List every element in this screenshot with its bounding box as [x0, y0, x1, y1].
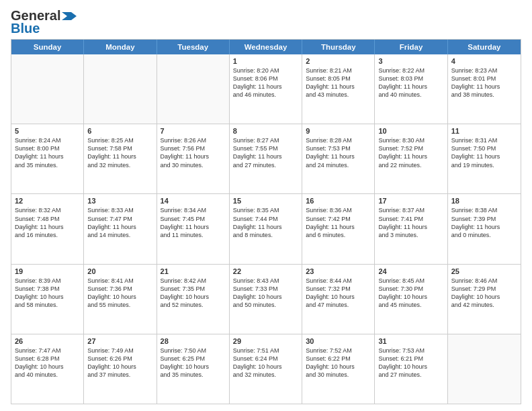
day-cell-10: 10Sunrise: 8:30 AM Sunset: 7:52 PM Dayli… — [375, 124, 447, 193]
day-info: Sunrise: 7:49 AM Sunset: 6:26 PM Dayligh… — [87, 347, 136, 378]
calendar-row-5: 26Sunrise: 7:47 AM Sunset: 6:28 PM Dayli… — [11, 334, 521, 404]
day-cell-27: 27Sunrise: 7:49 AM Sunset: 6:26 PM Dayli… — [84, 334, 157, 404]
calendar-header-row: SundayMondayTuesdayWednesdayThursdayFrid… — [11, 40, 521, 54]
calendar-row-1: 1Sunrise: 8:20 AM Sunset: 8:06 PM Daylig… — [11, 54, 521, 124]
day-cell-17: 17Sunrise: 8:37 AM Sunset: 7:41 PM Dayli… — [375, 194, 447, 263]
logo: General Blue — [11, 8, 77, 36]
svg-marker-0 — [62, 12, 77, 20]
day-info: Sunrise: 8:20 AM Sunset: 8:06 PM Dayligh… — [233, 67, 282, 98]
day-cell-24: 24Sunrise: 8:45 AM Sunset: 7:30 PM Dayli… — [375, 265, 447, 334]
calendar-row-2: 5Sunrise: 8:24 AM Sunset: 8:00 PM Daylig… — [11, 124, 521, 193]
day-number: 9 — [306, 127, 371, 135]
day-info: Sunrise: 8:23 AM Sunset: 8:01 PM Dayligh… — [451, 67, 500, 98]
day-cell-13: 13Sunrise: 8:33 AM Sunset: 7:47 PM Dayli… — [84, 194, 157, 263]
day-number: 4 — [451, 57, 517, 65]
day-cell-22: 22Sunrise: 8:43 AM Sunset: 7:33 PM Dayli… — [230, 265, 302, 334]
day-cell-empty-0-0 — [11, 54, 84, 124]
day-number: 3 — [378, 57, 443, 65]
day-cell-26: 26Sunrise: 7:47 AM Sunset: 6:28 PM Dayli… — [11, 334, 84, 404]
day-cell-15: 15Sunrise: 8:35 AM Sunset: 7:44 PM Dayli… — [230, 194, 302, 263]
day-info: Sunrise: 8:28 AM Sunset: 7:53 PM Dayligh… — [306, 137, 355, 168]
day-info: Sunrise: 7:53 AM Sunset: 6:21 PM Dayligh… — [378, 347, 427, 378]
day-cell-6: 6Sunrise: 8:25 AM Sunset: 7:58 PM Daylig… — [84, 124, 157, 193]
day-number: 16 — [306, 197, 371, 205]
calendar-row-3: 12Sunrise: 8:32 AM Sunset: 7:48 PM Dayli… — [11, 193, 521, 263]
day-cell-29: 29Sunrise: 7:51 AM Sunset: 6:24 PM Dayli… — [230, 334, 302, 404]
day-number: 11 — [451, 127, 517, 135]
day-number: 18 — [451, 197, 517, 205]
day-info: Sunrise: 8:39 AM Sunset: 7:38 PM Dayligh… — [15, 277, 64, 308]
day-number: 5 — [15, 127, 80, 135]
day-cell-11: 11Sunrise: 8:31 AM Sunset: 7:50 PM Dayli… — [448, 124, 521, 193]
day-number: 10 — [378, 127, 443, 135]
weekday-header-tuesday: Tuesday — [157, 40, 230, 54]
logo-arrow-icon — [62, 12, 77, 20]
calendar: SundayMondayTuesdayWednesdayThursdayFrid… — [11, 39, 521, 404]
weekday-header-sunday: Sunday — [11, 40, 84, 54]
day-cell-19: 19Sunrise: 8:39 AM Sunset: 7:38 PM Dayli… — [11, 265, 84, 334]
day-number: 12 — [15, 197, 80, 205]
day-number: 8 — [233, 127, 298, 135]
day-info: Sunrise: 7:47 AM Sunset: 6:28 PM Dayligh… — [15, 347, 64, 378]
day-number: 7 — [161, 127, 226, 135]
day-info: Sunrise: 8:41 AM Sunset: 7:36 PM Dayligh… — [87, 277, 136, 308]
day-cell-12: 12Sunrise: 8:32 AM Sunset: 7:48 PM Dayli… — [11, 194, 84, 263]
day-cell-4: 4Sunrise: 8:23 AM Sunset: 8:01 PM Daylig… — [448, 54, 521, 124]
day-cell-16: 16Sunrise: 8:36 AM Sunset: 7:42 PM Dayli… — [302, 194, 375, 263]
day-info: Sunrise: 8:34 AM Sunset: 7:45 PM Dayligh… — [161, 207, 210, 238]
day-info: Sunrise: 8:21 AM Sunset: 8:05 PM Dayligh… — [306, 67, 355, 98]
day-number: 19 — [15, 267, 80, 275]
day-number: 23 — [306, 267, 371, 275]
day-number: 1 — [233, 57, 298, 65]
day-number: 31 — [378, 337, 443, 345]
day-info: Sunrise: 8:27 AM Sunset: 7:55 PM Dayligh… — [233, 137, 282, 168]
day-cell-7: 7Sunrise: 8:26 AM Sunset: 7:56 PM Daylig… — [157, 124, 230, 193]
day-number: 13 — [87, 197, 152, 205]
day-number: 28 — [161, 337, 226, 345]
day-cell-28: 28Sunrise: 7:50 AM Sunset: 6:25 PM Dayli… — [157, 334, 230, 404]
day-cell-20: 20Sunrise: 8:41 AM Sunset: 7:36 PM Dayli… — [84, 265, 157, 334]
page-header: General Blue — [11, 8, 521, 36]
day-info: Sunrise: 8:24 AM Sunset: 8:00 PM Dayligh… — [15, 137, 64, 168]
weekday-header-friday: Friday — [375, 40, 447, 54]
day-number: 15 — [233, 197, 298, 205]
day-number: 20 — [87, 267, 152, 275]
day-number: 22 — [233, 267, 298, 275]
day-info: Sunrise: 8:25 AM Sunset: 7:58 PM Dayligh… — [87, 137, 136, 168]
day-cell-21: 21Sunrise: 8:42 AM Sunset: 7:35 PM Dayli… — [157, 265, 230, 334]
day-number: 26 — [15, 337, 80, 345]
day-cell-empty-0-2 — [157, 54, 230, 124]
calendar-body: 1Sunrise: 8:20 AM Sunset: 8:06 PM Daylig… — [11, 54, 521, 404]
day-info: Sunrise: 7:52 AM Sunset: 6:22 PM Dayligh… — [306, 347, 355, 378]
day-cell-8: 8Sunrise: 8:27 AM Sunset: 7:55 PM Daylig… — [230, 124, 302, 193]
day-cell-14: 14Sunrise: 8:34 AM Sunset: 7:45 PM Dayli… — [157, 194, 230, 263]
day-cell-3: 3Sunrise: 8:22 AM Sunset: 8:03 PM Daylig… — [375, 54, 447, 124]
day-number: 2 — [306, 57, 371, 65]
day-cell-2: 2Sunrise: 8:21 AM Sunset: 8:05 PM Daylig… — [302, 54, 375, 124]
day-number: 24 — [378, 267, 443, 275]
day-number: 14 — [161, 197, 226, 205]
day-cell-1: 1Sunrise: 8:20 AM Sunset: 8:06 PM Daylig… — [230, 54, 302, 124]
day-info: Sunrise: 7:51 AM Sunset: 6:24 PM Dayligh… — [233, 347, 282, 378]
day-info: Sunrise: 8:31 AM Sunset: 7:50 PM Dayligh… — [451, 137, 500, 168]
day-info: Sunrise: 8:45 AM Sunset: 7:30 PM Dayligh… — [378, 277, 427, 308]
day-cell-23: 23Sunrise: 8:44 AM Sunset: 7:32 PM Dayli… — [302, 265, 375, 334]
day-cell-5: 5Sunrise: 8:24 AM Sunset: 8:00 PM Daylig… — [11, 124, 84, 193]
weekday-header-thursday: Thursday — [302, 40, 375, 54]
day-number: 30 — [306, 337, 371, 345]
day-info: Sunrise: 8:42 AM Sunset: 7:35 PM Dayligh… — [161, 277, 210, 308]
day-info: Sunrise: 8:32 AM Sunset: 7:48 PM Dayligh… — [15, 207, 64, 238]
day-cell-30: 30Sunrise: 7:52 AM Sunset: 6:22 PM Dayli… — [302, 334, 375, 404]
calendar-row-4: 19Sunrise: 8:39 AM Sunset: 7:38 PM Dayli… — [11, 264, 521, 334]
day-cell-31: 31Sunrise: 7:53 AM Sunset: 6:21 PM Dayli… — [375, 334, 447, 404]
day-info: Sunrise: 8:46 AM Sunset: 7:29 PM Dayligh… — [451, 277, 500, 308]
day-cell-18: 18Sunrise: 8:38 AM Sunset: 7:39 PM Dayli… — [448, 194, 521, 263]
day-cell-empty-4-6 — [448, 334, 521, 404]
day-cell-9: 9Sunrise: 8:28 AM Sunset: 7:53 PM Daylig… — [302, 124, 375, 193]
day-number: 25 — [451, 267, 517, 275]
day-info: Sunrise: 8:26 AM Sunset: 7:56 PM Dayligh… — [161, 137, 210, 168]
logo-blue: Blue — [11, 21, 40, 36]
day-info: Sunrise: 8:30 AM Sunset: 7:52 PM Dayligh… — [378, 137, 427, 168]
weekday-header-monday: Monday — [84, 40, 157, 54]
day-number: 29 — [233, 337, 298, 345]
